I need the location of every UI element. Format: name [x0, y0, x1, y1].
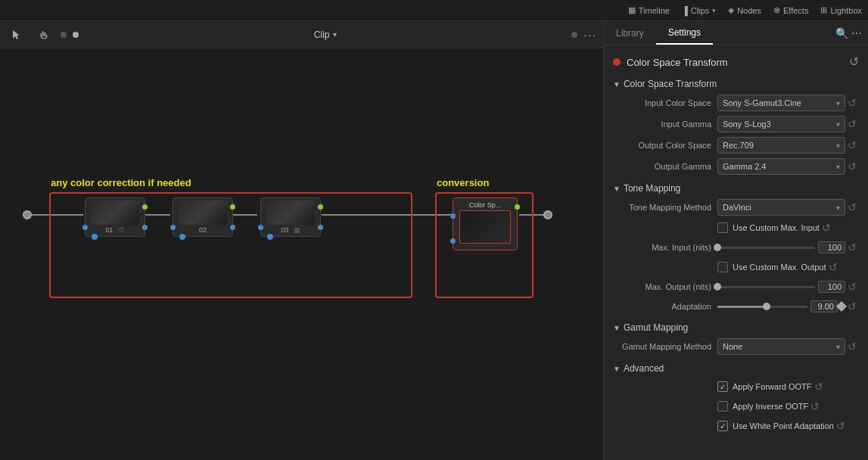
- max-input-nits-label: Max. Input (nits): [619, 243, 717, 252]
- node-03-output-bot: [318, 225, 323, 230]
- section-tone-title: Tone Mapping: [624, 183, 680, 194]
- apply-inverse-ootf-label: Apply Inverse OOTF: [733, 402, 808, 411]
- output-color-space-reset[interactable]: ↺: [845, 139, 859, 151]
- input-color-space-label: Input Color Space: [619, 98, 717, 107]
- max-output-nits-value[interactable]: 100: [818, 281, 845, 293]
- apply-forward-ootf-reset[interactable]: ↺: [812, 381, 826, 393]
- section-cst-header[interactable]: ▼ Color Space Transform: [604, 76, 868, 92]
- node-01[interactable]: 01 ⏱: [85, 197, 145, 237]
- max-output-nits-thumb[interactable]: [714, 283, 721, 291]
- dropdown-arrow-icon: ▾: [836, 99, 840, 107]
- node-canvas: any color correction if needed 01 ⏱: [0, 48, 603, 460]
- clip-end-dot: [571, 32, 577, 38]
- node-01-thumb: [91, 200, 139, 225]
- clip-dropdown-icon: ▾: [333, 30, 337, 39]
- node-01-dot-bl: [92, 234, 98, 240]
- use-custom-max-output-label: Use Custom Max. Output: [733, 263, 826, 272]
- use-custom-max-output-reset[interactable]: ↺: [826, 261, 840, 273]
- node-02-label: 02: [199, 226, 207, 234]
- hand-tool-button[interactable]: [33, 24, 54, 45]
- output-color-space-label: Output Color Space: [619, 141, 717, 150]
- use-custom-max-output-control: Use Custom Max. Output: [717, 262, 826, 272]
- adaptation-thumb[interactable]: [763, 303, 770, 310]
- section-gamut-header[interactable]: ▼ Gamut Mapping: [604, 319, 868, 336]
- input-color-space-reset[interactable]: ↺: [845, 97, 859, 109]
- gamut-mapping-method-reset[interactable]: ↺: [845, 340, 859, 353]
- output-gamma-dropdown[interactable]: Gamma 2.4 ▾: [717, 158, 845, 175]
- tab-settings[interactable]: Settings: [656, 21, 713, 45]
- editor-toolbar: Clip ▾ ···: [0, 21, 603, 48]
- section-tone-header[interactable]: ▼ Tone Mapping: [604, 180, 868, 197]
- section-advanced: ▼ Advanced Apply Forward OOTF ↺: [604, 360, 868, 436]
- section-advanced-header[interactable]: ▼ Advanced: [604, 360, 868, 377]
- input-gamma-reset[interactable]: ↺: [845, 118, 859, 130]
- timeline-tab[interactable]: ▦ Timeline: [628, 5, 670, 15]
- effect-status-dot: [613, 58, 621, 66]
- output-color-space-dropdown[interactable]: Rec.709 ▾: [717, 137, 845, 154]
- max-input-nits-track[interactable]: [717, 247, 815, 249]
- gamut-mapping-method-dropdown[interactable]: None ▾: [717, 338, 845, 355]
- panel-header: Library Settings 🔍 ⋯: [604, 21, 868, 45]
- max-input-nits-thumb[interactable]: [714, 244, 721, 251]
- use-custom-max-input-reset[interactable]: ↺: [820, 222, 833, 234]
- colorsp-output-top: [515, 204, 520, 210]
- apply-inverse-ootf-checkbox[interactable]: [717, 401, 728, 412]
- input-color-space-dropdown[interactable]: Sony S-Gamut3.Cine ▾: [717, 95, 845, 111]
- max-input-nits-reset[interactable]: ↺: [845, 241, 859, 253]
- adaptation-row: Adaptation 9.00 ↺: [604, 297, 868, 316]
- section-advanced-arrow: ▼: [613, 365, 621, 373]
- clip-start-dot: [61, 32, 67, 38]
- use-white-point-adaptation-label: Use White Point Adaptation: [733, 421, 834, 430]
- max-input-nits-value[interactable]: 100: [818, 241, 845, 253]
- adaptation-value[interactable]: 9.00: [810, 300, 838, 312]
- node-editor: Clip ▾ ···: [0, 21, 603, 460]
- max-output-nits-reset[interactable]: ↺: [845, 281, 859, 293]
- colorsp-input-bot: [450, 238, 456, 244]
- section-color-space-transform: ▼ Color Space Transform Input Color Spac…: [604, 76, 868, 177]
- effects-tab[interactable]: ⊗ Effects: [773, 5, 808, 15]
- max-output-nits-row: Max. Output (nits) 100 ↺: [604, 277, 868, 297]
- effect-reset-button[interactable]: ↺: [849, 56, 859, 68]
- section-cst-arrow: ▼: [613, 80, 621, 89]
- node-colorspace[interactable]: Color Sp...: [453, 197, 518, 250]
- adaptation-reset[interactable]: ↺: [845, 300, 859, 312]
- tone-mapping-method-reset[interactable]: ↺: [845, 201, 859, 213]
- tone-mapping-method-dropdown[interactable]: DaVinci ▾: [717, 199, 845, 216]
- select-tool-button[interactable]: [6, 24, 27, 45]
- section-gamut-title: Gamut Mapping: [624, 322, 688, 333]
- clips-tab[interactable]: ▐ Clips ▾: [682, 6, 716, 15]
- adaptation-track[interactable]: [717, 306, 807, 308]
- output-color-space-control: Rec.709 ▾: [717, 137, 845, 154]
- max-output-nits-track[interactable]: [717, 286, 815, 288]
- use-custom-max-output-checkbox[interactable]: [717, 262, 728, 272]
- input-gamma-label: Input Gamma: [619, 120, 717, 129]
- search-button[interactable]: 🔍: [835, 27, 848, 39]
- node-02[interactable]: 02: [173, 197, 233, 237]
- use-white-point-adaptation-checkbox[interactable]: [717, 421, 728, 431]
- output-gamma-reset[interactable]: ↺: [845, 160, 859, 172]
- apply-forward-ootf-checkbox[interactable]: [717, 381, 728, 392]
- more-options-button[interactable]: ···: [583, 29, 597, 41]
- apply-inverse-ootf-reset[interactable]: ↺: [808, 400, 822, 412]
- gamut-mapping-method-row: Gamut Mapping Method None ▾ ↺: [604, 336, 868, 357]
- dropdown-arrow-icon: ▾: [836, 141, 840, 150]
- nodes-tab[interactable]: ◈ Nodes: [728, 5, 761, 15]
- nodes-icon: ◈: [728, 5, 734, 15]
- clip-label[interactable]: Clip ▾: [314, 30, 337, 40]
- gamut-mapping-method-label: Gamut Mapping Method: [619, 342, 717, 351]
- tab-library[interactable]: Library: [604, 21, 656, 45]
- use-custom-max-input-checkbox[interactable]: [717, 222, 728, 233]
- use-white-point-adaptation-reset[interactable]: ↺: [834, 420, 848, 432]
- lightbox-tab[interactable]: ⊞ Lightbox: [820, 5, 862, 15]
- top-bar: ▦ Timeline ▐ Clips ▾ ◈ Nodes ⊗ Effects ⊞…: [0, 0, 868, 21]
- adaptation-fill: [717, 306, 767, 308]
- node-02-dot-bl: [179, 234, 185, 240]
- node-02-output-bot: [230, 225, 235, 230]
- panel-more-button[interactable]: ⋯: [851, 27, 862, 39]
- node-03[interactable]: 03 ▦: [260, 197, 321, 237]
- clips-icon: ▐: [682, 6, 688, 15]
- node-01-label: 01 ⏱: [105, 226, 125, 234]
- input-gamma-dropdown[interactable]: Sony S-Log3 ▾: [717, 116, 845, 132]
- dropdown-arrow-icon: ▾: [836, 163, 840, 171]
- use-custom-max-output-row: Use Custom Max. Output ↺: [604, 257, 868, 277]
